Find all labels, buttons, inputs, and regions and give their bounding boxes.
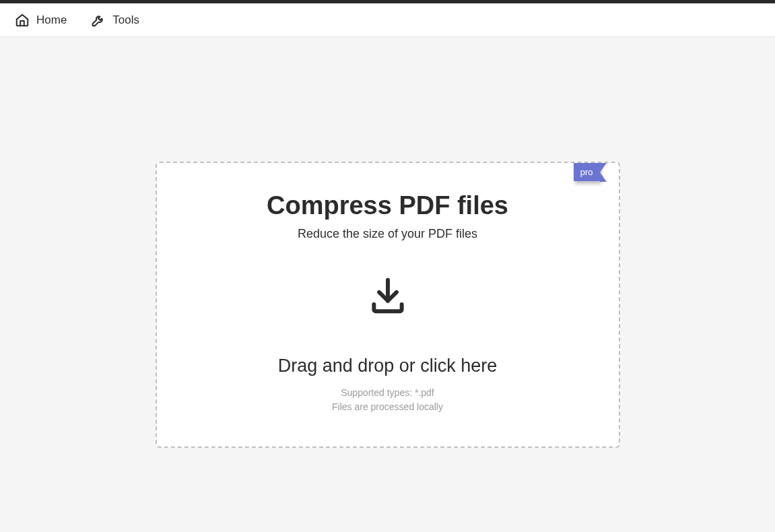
pro-badge: pro — [574, 163, 600, 181]
nav-home[interactable]: Home — [15, 13, 67, 28]
download-icon — [170, 275, 605, 317]
main-content: pro Compress PDF files Reduce the size o… — [0, 37, 775, 532]
nav-tools-label: Tools — [112, 13, 139, 27]
drop-zone-card[interactable]: pro Compress PDF files Reduce the size o… — [156, 162, 620, 448]
local-processing-text: Files are processed locally — [170, 400, 605, 414]
nav-home-label: Home — [36, 13, 67, 27]
nav-tools[interactable]: Tools — [91, 13, 139, 28]
hint-text: Supported types: *.pdf Files are process… — [170, 386, 605, 414]
home-icon — [15, 13, 30, 28]
tools-icon — [91, 13, 106, 28]
supported-types-text: Supported types: *.pdf — [170, 386, 605, 400]
main-nav: Home Tools — [0, 3, 775, 37]
page-title: Compress PDF files — [170, 191, 605, 220]
pro-badge-label: pro — [580, 167, 593, 177]
drop-instruction: Drag and drop or click here — [170, 356, 605, 376]
page-subtitle: Reduce the size of your PDF files — [170, 227, 605, 241]
